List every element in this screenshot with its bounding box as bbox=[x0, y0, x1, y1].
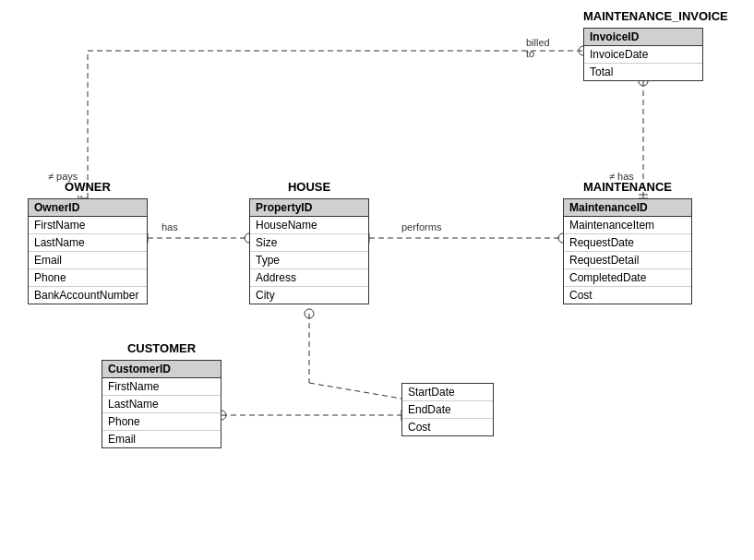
relation-billed-to: billedto bbox=[526, 37, 550, 59]
customer-row-phone: Phone bbox=[102, 413, 221, 431]
entity-maintenance: MaintenanceID MaintenanceItem RequestDat… bbox=[563, 198, 692, 304]
rental-row-startdate: StartDate bbox=[402, 384, 493, 401]
entity-customer: CustomerID FirstName LastName Phone Emai… bbox=[102, 360, 221, 448]
customer-row-email: Email bbox=[102, 431, 221, 447]
house-row-housename: HouseName bbox=[250, 217, 368, 234]
relation-performs: performs bbox=[401, 221, 441, 232]
maintenance-row-requestdetail: RequestDetail bbox=[564, 252, 691, 269]
customer-header: CustomerID bbox=[102, 361, 221, 378]
maintenance-invoice-row-total: Total bbox=[584, 64, 702, 80]
owner-row-phone: Phone bbox=[29, 269, 147, 287]
house-row-size: Size bbox=[250, 234, 368, 252]
house-row-address: Address bbox=[250, 269, 368, 287]
entity-owner: OwnerID FirstName LastName Email Phone B… bbox=[28, 198, 148, 304]
rental-row-cost: Cost bbox=[402, 419, 493, 435]
owner-row-bank: BankAccountNumber bbox=[29, 287, 147, 304]
customer-row-firstname: FirstName bbox=[102, 378, 221, 396]
maintenance-title: MAINTENANCE bbox=[563, 180, 692, 194]
house-title: HOUSE bbox=[249, 180, 369, 194]
entity-rental: StartDate EndDate Cost bbox=[401, 383, 494, 436]
customer-title: CUSTOMER bbox=[102, 341, 221, 355]
maintenance-invoice-title: MAINTENANCE_INVOICE bbox=[583, 9, 703, 23]
entity-maintenance-invoice: InvoiceID InvoiceDate Total bbox=[583, 28, 703, 81]
maintenance-row-item: MaintenanceItem bbox=[564, 217, 691, 234]
svg-point-20 bbox=[305, 309, 314, 318]
owner-title: OWNER bbox=[28, 180, 148, 194]
owner-row-firstname: FirstName bbox=[29, 217, 147, 234]
owner-row-email: Email bbox=[29, 252, 147, 269]
maintenance-invoice-header: InvoiceID bbox=[584, 29, 702, 46]
maintenance-row-completeddate: CompletedDate bbox=[564, 269, 691, 287]
rental-row-enddate: EndDate bbox=[402, 401, 493, 419]
maintenance-invoice-row-date: InvoiceDate bbox=[584, 46, 702, 64]
house-row-city: City bbox=[250, 287, 368, 304]
svg-line-19 bbox=[309, 383, 401, 399]
house-row-type: Type bbox=[250, 252, 368, 269]
owner-row-lastname: LastName bbox=[29, 234, 147, 252]
house-header: PropertyID bbox=[250, 199, 368, 217]
owner-header: OwnerID bbox=[29, 199, 147, 217]
maintenance-row-requestdate: RequestDate bbox=[564, 234, 691, 252]
maintenance-header: MaintenanceID bbox=[564, 199, 691, 217]
maintenance-row-cost: Cost bbox=[564, 287, 691, 304]
relation-has-owner-house: has bbox=[162, 221, 178, 232]
entity-house: PropertyID HouseName Size Type Address C… bbox=[249, 198, 369, 304]
customer-row-lastname: LastName bbox=[102, 396, 221, 413]
diagram-container: ≠ pays has billedto ≠ has performs rents… bbox=[0, 0, 754, 560]
